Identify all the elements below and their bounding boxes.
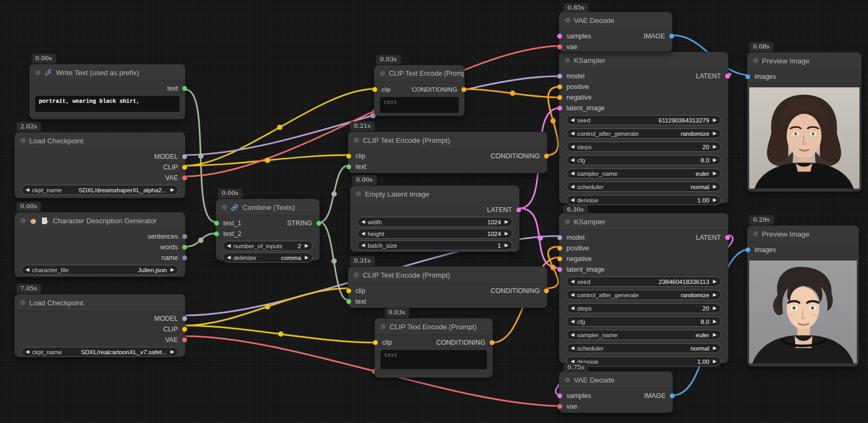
decrement-arrow-icon[interactable]	[571, 131, 574, 136]
input-pin-vae[interactable]	[557, 404, 562, 409]
decrement-arrow-icon[interactable]	[227, 255, 231, 260]
height-widget[interactable]: height 1024	[357, 229, 513, 239]
width-widget[interactable]: width 1024	[357, 217, 513, 227]
increment-arrow-icon[interactable]	[713, 359, 717, 364]
ckpt-name-widget[interactable]: ckpt_name SDXL/dreamshaperXL_alpha2...	[21, 185, 179, 195]
decrement-arrow-icon[interactable]	[571, 118, 574, 123]
decrement-arrow-icon[interactable]	[571, 306, 574, 311]
input-pin-negative[interactable]	[557, 95, 562, 100]
node-load-checkpoint-2[interactable]: 7.05s Load Checkpoint MODEL CLIP VAE ckp…	[14, 294, 185, 357]
increment-arrow-icon[interactable]	[713, 306, 717, 311]
node-title-bar[interactable]: CLIP Text Encode (Prompt)	[348, 132, 547, 149]
decrement-arrow-icon[interactable]	[26, 267, 29, 272]
node-title-bar[interactable]: Empty Latent Image	[351, 186, 519, 202]
increment-arrow-icon[interactable]	[713, 332, 717, 337]
node-title-bar[interactable]: VAE Decode	[559, 372, 672, 388]
node-vae-decode-1[interactable]: 0.85s VAE Decode samples IMAGE vae	[559, 12, 672, 52]
increment-arrow-icon[interactable]	[305, 255, 309, 260]
increment-arrow-icon[interactable]	[713, 144, 717, 149]
increment-arrow-icon[interactable]	[713, 131, 717, 136]
decrement-arrow-icon[interactable]	[571, 158, 574, 162]
node-title-bar[interactable]: Combine (Texts)	[216, 199, 319, 216]
sampler-name-widget[interactable]: sampler_nameeuler	[566, 168, 721, 178]
node-combine-texts[interactable]: 0.00s Combine (Texts) text_1 STRING text…	[216, 199, 320, 261]
increment-arrow-icon[interactable]	[713, 279, 717, 284]
prompt-text-area[interactable]: text	[380, 350, 487, 369]
output-pin-string[interactable]	[317, 221, 321, 226]
increment-arrow-icon[interactable]	[505, 231, 508, 236]
output-pin-latent[interactable]	[725, 74, 730, 79]
collapse-dot-icon[interactable]	[20, 138, 26, 143]
increment-arrow-icon[interactable]	[713, 184, 717, 189]
node-clip-text-encode-4[interactable]: 0.03s CLIP Text Encode (Prompt) clip CON…	[375, 318, 493, 378]
decrement-arrow-icon[interactable]	[571, 319, 574, 324]
output-pin-name[interactable]	[182, 256, 187, 261]
input-pin-model[interactable]	[557, 235, 562, 240]
decrement-arrow-icon[interactable]	[571, 346, 574, 351]
sampler-name-widget[interactable]: sampler_nameeuler	[566, 330, 721, 340]
increment-arrow-icon[interactable]	[171, 349, 174, 354]
collapse-dot-icon[interactable]	[380, 71, 385, 76]
increment-arrow-icon[interactable]	[713, 118, 717, 123]
scheduler-widget[interactable]: schedulernormal	[566, 343, 721, 353]
node-write-text[interactable]: 0.00s Write Text (used as prefix) text p…	[29, 64, 185, 119]
node-title-bar[interactable]: CLIP Text Encode (Prompt)	[348, 267, 547, 283]
output-pin-model[interactable]	[182, 154, 187, 159]
node-preview-image-1[interactable]: 0.08s Preview Image images	[747, 52, 862, 192]
output-pin-vae[interactable]	[182, 176, 187, 181]
increment-arrow-icon[interactable]	[713, 158, 717, 162]
increment-arrow-icon[interactable]	[713, 198, 717, 202]
decrement-arrow-icon[interactable]	[571, 292, 574, 297]
collapse-dot-icon[interactable]	[222, 205, 227, 210]
node-title-bar[interactable]: Character Description Generator	[15, 213, 185, 229]
seed-widget[interactable]: seed611290364313279	[566, 115, 721, 125]
input-pin-model[interactable]	[557, 74, 562, 79]
output-pin-conditioning[interactable]	[544, 289, 549, 294]
decrement-arrow-icon[interactable]	[571, 184, 574, 189]
node-title-bar[interactable]: Preview Image	[748, 226, 858, 242]
decrement-arrow-icon[interactable]	[361, 231, 365, 236]
node-title-bar[interactable]: KSampler	[559, 214, 728, 230]
input-pin-text[interactable]	[346, 299, 351, 304]
collapse-dot-icon[interactable]	[35, 70, 40, 75]
output-pin-image[interactable]	[670, 394, 675, 398]
collapse-dot-icon[interactable]	[753, 231, 758, 237]
increment-arrow-icon[interactable]	[713, 292, 717, 297]
output-pin-words[interactable]	[182, 245, 187, 250]
output-pin-latent[interactable]	[725, 235, 730, 240]
increment-arrow-icon[interactable]	[505, 219, 508, 224]
output-pin-clip[interactable]	[182, 165, 187, 170]
node-title-bar[interactable]: Load Checkpoint	[15, 133, 185, 149]
collapse-dot-icon[interactable]	[354, 137, 359, 143]
steps-widget[interactable]: steps20	[566, 303, 721, 313]
control-after-generate-widget[interactable]: control_after_generaterandomize	[566, 290, 721, 300]
delimiter-widget[interactable]: delimiter comma	[223, 253, 313, 263]
node-title-bar[interactable]: Load Checkpoint	[15, 295, 185, 311]
collapse-dot-icon[interactable]	[565, 18, 570, 23]
node-load-checkpoint-1[interactable]: 2.02s Load Checkpoint MODEL CLIP VAE ckp…	[14, 132, 185, 198]
text-input-area[interactable]: portrait, wearing black shirt,	[35, 96, 180, 112]
cfg-widget[interactable]: cfg8.0	[566, 155, 721, 165]
input-pin-samples[interactable]	[557, 394, 562, 398]
output-pin-latent[interactable]	[516, 208, 521, 213]
node-title-bar[interactable]: Write Text (used as prefix)	[30, 64, 185, 81]
decrement-arrow-icon[interactable]	[26, 188, 29, 192]
output-pin-text[interactable]	[182, 86, 187, 91]
increment-arrow-icon[interactable]	[171, 267, 174, 272]
output-pin-vae[interactable]	[182, 338, 187, 343]
input-pin-clip[interactable]	[373, 340, 378, 345]
decrement-arrow-icon[interactable]	[571, 198, 574, 202]
input-pin-images[interactable]	[745, 75, 750, 79]
input-pin-positive[interactable]	[557, 85, 562, 90]
decrement-arrow-icon[interactable]	[26, 349, 29, 354]
collapse-dot-icon[interactable]	[20, 300, 26, 305]
input-pin-positive[interactable]	[557, 246, 562, 251]
input-pin-negative[interactable]	[557, 257, 562, 262]
node-ksampler-1[interactable]: KSampler model LATENT positive negative …	[559, 52, 728, 204]
collapse-dot-icon[interactable]	[380, 324, 386, 329]
node-title-bar[interactable]: Preview Image	[748, 53, 861, 69]
output-pin-clip[interactable]	[182, 327, 187, 332]
output-pin-sentences[interactable]	[182, 234, 187, 239]
denoise-widget[interactable]: denoise1.00	[566, 356, 721, 367]
node-clip-text-encode-3[interactable]: 0.31s CLIP Text Encode (Prompt) clip CON…	[348, 266, 547, 308]
